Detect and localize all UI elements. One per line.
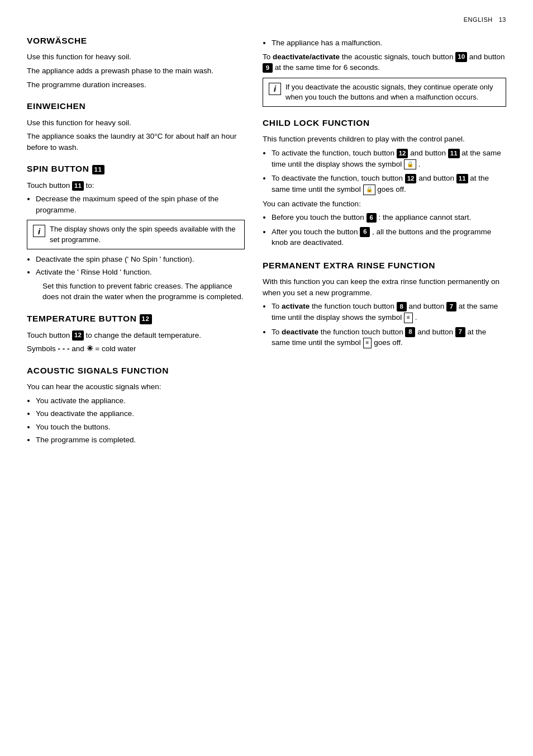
main-columns: VORWÄSCHE Use this function for heavy so…	[27, 35, 506, 448]
spin-intro: Touch button 11 to:	[27, 180, 245, 191]
einweichen-p1: Use this function for heavy soil.	[27, 117, 245, 129]
vorwaesche-p3: The programme duration increases.	[27, 79, 245, 91]
temp-p2: Symbols - - - and ✳ = cold water	[27, 343, 245, 355]
rinse-symbol-off: ≡	[363, 338, 372, 348]
acoustic-badge-9: 9	[263, 63, 273, 73]
section-temperature-button: TEMPERATURE BUTTON 12 Touch button 12 to…	[27, 313, 245, 355]
lock-symbol-off: 🔒	[363, 185, 375, 195]
header-lang: ENGLISH 13	[464, 16, 506, 25]
section-spin-button: SPIN BUTTON 11 Touch button 11 to: Decre…	[27, 163, 245, 303]
child-badge-11b: 11	[456, 174, 468, 183]
rinse-badge-8b: 8	[405, 327, 415, 337]
spin-bullet-1: Decrease the maximum speed of the spin p…	[36, 193, 245, 215]
acoustic-intro: You can hear the acoustic signals when:	[27, 381, 245, 393]
spin-badge-11a: 11	[72, 181, 84, 191]
rinse-badge-7b: 7	[455, 327, 465, 337]
child-lock-intro: This function prevents children to play …	[263, 134, 506, 145]
acoustic-badge-10: 10	[455, 52, 467, 62]
vorwaesche-p2: The appliance adds a prewash phase to th…	[27, 65, 245, 77]
rinse-activate: To activate the function touch button 8 …	[272, 301, 506, 323]
child-lock-before: Before you touch the button 6 : the appl…	[272, 212, 506, 223]
child-badge-12b: 12	[405, 174, 417, 183]
section-permanent-rinse: PERMANENT EXTRA RINSE FUNCTION With this…	[263, 259, 506, 348]
child-lock-deactivate: To deactivate the function, touch button…	[272, 173, 506, 195]
rinse-deactivate: To deactivate the function touch button …	[272, 327, 506, 348]
vorwaesche-title: VORWÄSCHE	[27, 35, 245, 47]
spin-sub-text: Set this function to prevent fabric crea…	[42, 281, 245, 303]
spin-bullets-1: Decrease the maximum speed of the spin p…	[36, 193, 245, 215]
section-vorwaesche: VORWÄSCHE Use this function for heavy so…	[27, 35, 245, 90]
left-column: VORWÄSCHE Use this function for heavy so…	[27, 35, 245, 448]
lock-symbol-on: 🔒	[404, 159, 416, 170]
acoustic-info-box: i If you deactivate the acoustic signals…	[263, 78, 506, 107]
child-lock-can-activate: You can activate the function:	[263, 199, 506, 210]
acoustic-bullet-3: You touch the buttons.	[36, 422, 245, 433]
acoustic-malfunction-bullet: The appliance has a malfunction.	[272, 37, 506, 49]
header-bar: ENGLISH 13	[27, 16, 506, 25]
acoustic-extra-bullets: The appliance has a malfunction.	[272, 37, 506, 49]
acoustic-title: ACOUSTIC SIGNALS FUNCTION	[27, 365, 245, 377]
permanent-rinse-title: PERMANENT EXTRA RINSE FUNCTION	[263, 259, 506, 272]
info-icon-acoustic: i	[269, 83, 281, 95]
acoustic-bullet-2: You deactivate the appliance.	[36, 408, 245, 419]
page: ENGLISH 13 VORWÄSCHE Use this function f…	[0, 0, 533, 756]
section-einweichen: EINWEICHEN Use this function for heavy s…	[27, 100, 245, 153]
rinse-activate-bold: activate	[282, 302, 310, 310]
vorwaesche-p1: Use this function for heavy soil.	[27, 51, 245, 63]
acoustic-bullet-1: You activate the appliance.	[36, 395, 245, 407]
info-icon-spin: i	[33, 225, 45, 237]
acoustic-info-text: If you deactivate the acoustic signals, …	[285, 82, 500, 102]
page-number: 13	[499, 16, 506, 23]
spin-bullets-2: Deactivate the spin phase (' No Spin ' f…	[36, 254, 245, 278]
spin-info-box: i The display shows only the spin speeds…	[27, 220, 245, 249]
spin-bullet-2: Deactivate the spin phase (' No Spin ' f…	[36, 254, 245, 265]
spin-bullet-3: Activate the ' Rinse Hold ' function.	[36, 267, 245, 278]
child-badge-6a: 6	[367, 213, 377, 223]
section-acoustic-signals: ACOUSTIC SIGNALS FUNCTION You can hear t…	[27, 365, 245, 446]
rinse-deactivate-bold: deactivate	[282, 328, 318, 336]
temp-badge-12: 12	[72, 330, 84, 340]
child-badge-11a: 11	[448, 149, 460, 158]
section-child-lock: CHILD LOCK FUNCTION This function preven…	[263, 117, 506, 248]
acoustic-bullet-4: The programme is completed.	[36, 434, 245, 446]
right-column: The appliance has a malfunction. To deac…	[263, 35, 506, 448]
temperature-title: TEMPERATURE BUTTON 12	[27, 313, 245, 325]
rinse-badge-7a: 7	[446, 302, 456, 311]
acoustic-bold: deactivate/activate	[273, 53, 340, 61]
einweichen-title: EINWEICHEN	[27, 100, 245, 112]
acoustic-deactivate-text: To deactivate/activate the acoustic sign…	[263, 51, 506, 73]
lang-text: ENGLISH	[464, 16, 493, 23]
spin-info-text: The display shows only the spin speeds a…	[50, 224, 239, 244]
child-badge-6b: 6	[360, 227, 370, 237]
permanent-rinse-intro: With this function you can keep the extr…	[263, 276, 506, 298]
acoustic-continued: The appliance has a malfunction. To deac…	[263, 37, 506, 107]
temp-badge-title: 12	[140, 314, 152, 324]
child-lock-bullets: To activate the function, touch button 1…	[272, 148, 506, 195]
child-lock-activate: To activate the function, touch button 1…	[272, 148, 506, 169]
einweichen-p2: The appliance soaks the laundry at 30°C …	[27, 131, 245, 153]
permanent-rinse-bullets: To activate the function touch button 8 …	[272, 301, 506, 348]
child-lock-after: After you touch the button 6 , all the b…	[272, 226, 506, 248]
rinse-badge-8a: 8	[397, 302, 407, 311]
child-lock-title: CHILD LOCK FUNCTION	[263, 117, 506, 129]
spin-button-title: SPIN BUTTON 11	[27, 163, 245, 175]
rinse-symbol-on: ≡	[404, 313, 413, 323]
spin-badge-title: 11	[92, 165, 104, 174]
temp-p1: Touch button 12 to change the default te…	[27, 330, 245, 341]
child-lock-activate-bullets: Before you touch the button 6 : the appl…	[272, 212, 506, 248]
child-badge-12a: 12	[397, 149, 408, 158]
acoustic-bullets: You activate the appliance. You deactiva…	[36, 395, 245, 446]
